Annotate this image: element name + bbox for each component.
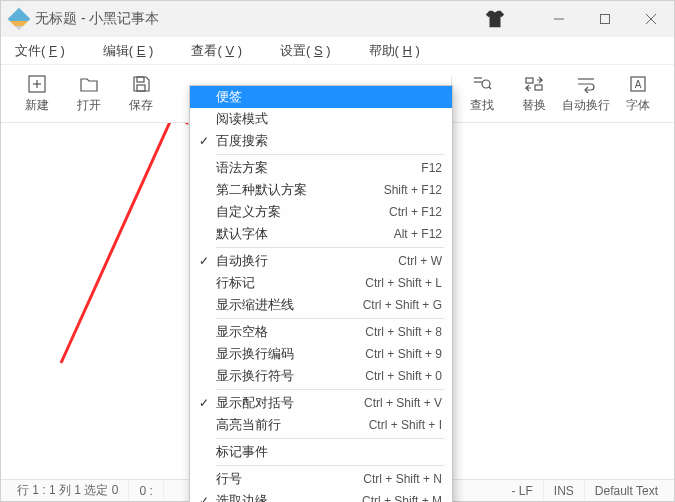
svg-rect-7 (137, 77, 144, 82)
view-menu-item[interactable]: 显示换行符号Ctrl + Shift + 0 (190, 365, 452, 387)
menu-separator (216, 154, 444, 155)
view-menu-item[interactable]: 阅读模式 (190, 108, 452, 130)
status-position: 行 1 : 1 列 1 选定 0 (7, 480, 129, 501)
view-menu-item[interactable]: 显示缩进栏线Ctrl + Shift + G (190, 294, 452, 316)
view-menu-item[interactable]: 行标记Ctrl + Shift + L (190, 272, 452, 294)
new-label: 新建 (25, 97, 49, 114)
menu-item-shortcut: Ctrl + Shift + G (353, 298, 442, 312)
view-menu-item[interactable]: 显示空格Ctrl + Shift + 8 (190, 321, 452, 343)
menu-separator (216, 438, 444, 439)
svg-rect-1 (601, 15, 610, 24)
svg-line-12 (489, 87, 491, 89)
menu-item-label: 自定义方案 (214, 203, 379, 221)
view-menu-item[interactable]: 行号Ctrl + Shift + N (190, 468, 452, 490)
menu-item-shortcut: Alt + F12 (384, 227, 442, 241)
view-menu-item[interactable]: ✓自动换行Ctrl + W (190, 250, 452, 272)
menu-item-label: 显示配对括号 (214, 394, 354, 412)
menu-file[interactable]: 文件( F ) (15, 42, 65, 60)
menu-item-label: 语法方案 (214, 159, 411, 177)
app-window: 无标题 - 小黑记事本 文件( F ) 编辑( E ) 查看( V ) 设置( … (0, 0, 675, 502)
app-title: 无标题 - 小黑记事本 (35, 10, 159, 28)
menu-settings[interactable]: 设置( S ) (280, 42, 331, 60)
check-icon: ✓ (194, 134, 214, 148)
annotation-arrow (1, 123, 201, 393)
menu-item-shortcut: Ctrl + F12 (379, 205, 442, 219)
view-menu-dropdown: 便签阅读模式✓百度搜索语法方案F12第二种默认方案Shift + F12自定义方… (189, 85, 453, 502)
save-label: 保存 (129, 97, 153, 114)
open-button[interactable]: 打开 (63, 74, 115, 114)
menubar: 文件( F ) 编辑( E ) 查看( V ) 设置( S ) 帮助( H ) (1, 37, 674, 65)
menu-item-label: 显示空格 (214, 323, 355, 341)
menu-item-label: 显示换行符号 (214, 367, 355, 385)
menu-item-shortcut: F12 (411, 161, 442, 175)
view-menu-item[interactable]: ✓百度搜索 (190, 130, 452, 152)
menu-item-label: 第二种默认方案 (214, 181, 374, 199)
menu-help[interactable]: 帮助( H ) (369, 42, 420, 60)
minimize-button[interactable] (536, 4, 582, 34)
menu-item-shortcut: Ctrl + Shift + I (359, 418, 442, 432)
menu-item-shortcut: Ctrl + Shift + N (353, 472, 442, 486)
menu-item-label: 行号 (214, 470, 353, 488)
view-menu-item[interactable]: 便签 (190, 86, 452, 108)
menu-item-shortcut: Shift + F12 (374, 183, 442, 197)
titlebar: 无标题 - 小黑记事本 (1, 1, 674, 37)
menu-item-label: 显示换行编码 (214, 345, 355, 363)
menu-item-label: 显示缩进栏线 (214, 296, 353, 314)
view-menu-item[interactable]: 语法方案F12 (190, 157, 452, 179)
menu-item-shortcut: Ctrl + Shift + L (355, 276, 442, 290)
close-button[interactable] (628, 4, 674, 34)
view-menu-item[interactable]: 第二种默认方案Shift + F12 (190, 179, 452, 201)
font-label: 字体 (626, 97, 650, 114)
new-button[interactable]: 新建 (11, 74, 63, 114)
menu-item-label: 百度搜索 (214, 132, 432, 150)
view-menu-item[interactable]: 自定义方案Ctrl + F12 (190, 201, 452, 223)
menu-item-label: 阅读模式 (214, 110, 432, 128)
menu-item-shortcut: Ctrl + W (388, 254, 442, 268)
save-button[interactable]: 保存 (115, 74, 167, 114)
replace-label: 替换 (522, 97, 546, 114)
svg-line-18 (61, 123, 183, 363)
wrap-button[interactable]: 自动换行 (560, 74, 612, 114)
menu-item-shortcut: Ctrl + Shift + 9 (355, 347, 442, 361)
view-menu-item[interactable]: ✓显示配对括号Ctrl + Shift + V (190, 392, 452, 414)
menu-edit[interactable]: 编辑( E ) (103, 42, 154, 60)
menu-item-label: 行标记 (214, 274, 355, 292)
open-icon (78, 74, 100, 94)
replace-button[interactable]: 替换 (508, 74, 560, 114)
maximize-button[interactable] (582, 4, 628, 34)
new-icon (26, 74, 48, 94)
check-icon: ✓ (194, 494, 214, 502)
svg-point-11 (482, 80, 490, 88)
menu-view[interactable]: 查看( V ) (191, 42, 242, 60)
svg-rect-8 (137, 85, 145, 91)
view-menu-item[interactable]: 标记事件 (190, 441, 452, 463)
font-icon: A (627, 74, 649, 94)
menu-item-label: 标记事件 (214, 443, 432, 461)
menu-item-label: 选取边缘 (214, 492, 352, 502)
status-line-ending: - LF (501, 480, 543, 501)
wrap-label: 自动换行 (562, 97, 610, 114)
view-menu-item[interactable]: 默认字体Alt + F12 (190, 223, 452, 245)
svg-rect-14 (535, 85, 542, 90)
font-button[interactable]: A 字体 (612, 74, 664, 114)
status-insert-mode: INS (544, 480, 585, 501)
menu-item-label: 自动换行 (214, 252, 388, 270)
svg-text:A: A (635, 79, 642, 90)
view-menu-item[interactable]: 高亮当前行Ctrl + Shift + I (190, 414, 452, 436)
menu-item-shortcut: Ctrl + Shift + 8 (355, 325, 442, 339)
open-label: 打开 (77, 97, 101, 114)
replace-icon (523, 74, 545, 94)
menu-item-shortcut: Ctrl + Shift + 0 (355, 369, 442, 383)
view-menu-item[interactable]: ✓选取边缘Ctrl + Shift + M (190, 490, 452, 502)
save-icon (130, 74, 152, 94)
tshirt-icon[interactable] (484, 8, 506, 30)
app-icon (8, 8, 31, 31)
menu-separator (216, 247, 444, 248)
search-icon (471, 74, 493, 94)
menu-item-label: 高亮当前行 (214, 416, 359, 434)
menu-item-shortcut: Ctrl + Shift + M (352, 494, 442, 502)
find-button[interactable]: 查找 (456, 74, 508, 114)
view-menu-item[interactable]: 显示换行编码Ctrl + Shift + 9 (190, 343, 452, 365)
menu-item-label: 默认字体 (214, 225, 384, 243)
status-counter: 0 : (129, 480, 163, 501)
